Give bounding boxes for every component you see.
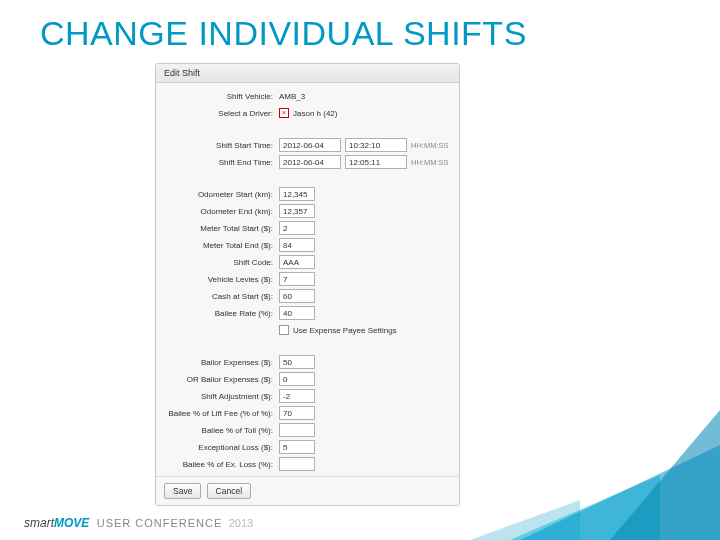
- cash-start-label: Cash at Start ($):: [164, 292, 279, 301]
- lift-pct-label: Bailee % of Lift Fee (% of %):: [164, 409, 279, 418]
- excep-pct-label: Bailee % of Ex. Loss (%):: [164, 460, 279, 469]
- edit-shift-panel: Edit Shift Shift Vehicle: AMB_3 Select a…: [155, 63, 460, 506]
- cash-start-input[interactable]: [279, 289, 315, 303]
- or-bailor-exp-input[interactable]: [279, 372, 315, 386]
- decorative-triangles: [440, 380, 720, 540]
- excep-loss-input[interactable]: [279, 440, 315, 454]
- end-time-input[interactable]: [345, 155, 407, 169]
- bailee-rate-label: Bailee Rate (%):: [164, 309, 279, 318]
- odo-end-label: Odometer End (km):: [164, 207, 279, 216]
- cancel-button[interactable]: Cancel: [207, 483, 251, 499]
- clear-driver-icon[interactable]: ×: [279, 108, 289, 118]
- end-time-hint: HH:MM:SS: [411, 158, 449, 167]
- odo-start-label: Odometer Start (km):: [164, 190, 279, 199]
- panel-body: Shift Vehicle: AMB_3 Select a Driver: × …: [156, 83, 459, 476]
- footer-brand1: smart: [24, 516, 54, 530]
- footer-brand2: MOVE: [54, 516, 89, 530]
- shift-code-input[interactable]: [279, 255, 315, 269]
- or-bailor-exp-label: OR Bailor Expenses ($):: [164, 375, 279, 384]
- meter-start-input[interactable]: [279, 221, 315, 235]
- use-expense-settings-checkbox[interactable]: [279, 325, 289, 335]
- start-time-hint: HH:MM:SS: [411, 141, 449, 150]
- save-button[interactable]: Save: [164, 483, 201, 499]
- excep-loss-label: Exceptional Loss ($):: [164, 443, 279, 452]
- odo-start-input[interactable]: [279, 187, 315, 201]
- page-title: CHANGE INDIVIDUAL SHIFTS: [40, 14, 720, 53]
- end-time-label: Shift End Time:: [164, 158, 279, 167]
- footer-year: 2013: [229, 517, 253, 529]
- bailor-exp-input[interactable]: [279, 355, 315, 369]
- meter-end-label: Meter Total End ($):: [164, 241, 279, 250]
- toll-pct-input[interactable]: [279, 423, 315, 437]
- driver-value: Jason h (42): [293, 109, 337, 118]
- vehicle-label: Shift Vehicle:: [164, 92, 279, 101]
- panel-header: Edit Shift: [156, 64, 459, 83]
- footer-conference: USER CONFERENCE: [97, 517, 223, 529]
- levies-label: Vehicle Levies ($):: [164, 275, 279, 284]
- excep-pct-input[interactable]: [279, 457, 315, 471]
- shift-adj-label: Shift Adjustment ($):: [164, 392, 279, 401]
- footer: smartMOVE USER CONFERENCE 2013: [24, 516, 253, 530]
- driver-label: Select a Driver:: [164, 109, 279, 118]
- bailor-exp-label: Bailor Expenses ($):: [164, 358, 279, 367]
- toll-pct-label: Bailee % of Toll (%):: [164, 426, 279, 435]
- use-expense-settings-label: Use Expense Payee Settings: [293, 326, 397, 335]
- shift-code-label: Shift Code:: [164, 258, 279, 267]
- bailee-rate-input[interactable]: [279, 306, 315, 320]
- odo-end-input[interactable]: [279, 204, 315, 218]
- start-time-input[interactable]: [345, 138, 407, 152]
- levies-input[interactable]: [279, 272, 315, 286]
- end-date-input[interactable]: [279, 155, 341, 169]
- lift-pct-input[interactable]: [279, 406, 315, 420]
- start-date-input[interactable]: [279, 138, 341, 152]
- meter-start-label: Meter Total Start ($):: [164, 224, 279, 233]
- start-time-label: Shift Start Time:: [164, 141, 279, 150]
- button-bar: Save Cancel: [156, 476, 459, 505]
- shift-adj-input[interactable]: [279, 389, 315, 403]
- meter-end-input[interactable]: [279, 238, 315, 252]
- vehicle-value: AMB_3: [279, 92, 305, 101]
